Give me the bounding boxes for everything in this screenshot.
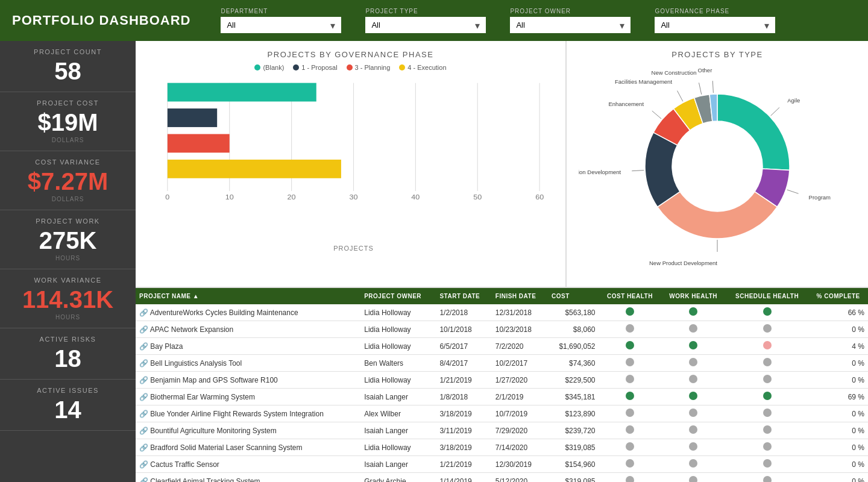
table-row: 🔗 Cactus Traffic SensorIsaiah Langer1/21…	[136, 456, 868, 473]
project-link-icon[interactable]: 🔗	[139, 325, 150, 334]
table-row: 🔗 Bradford Solid Material Laser Scanning…	[136, 439, 868, 456]
cell-owner: Isaiah Langer	[360, 456, 436, 473]
filter-label-owner: PROJECT OWNER	[510, 8, 631, 14]
cell-finish: 10/7/2019	[492, 405, 548, 422]
svg-rect-14	[168, 83, 316, 102]
project-name: Bradford Solid Material Laser Scanning S…	[150, 443, 302, 452]
cell-cost_health	[599, 456, 661, 473]
filter-select-dept[interactable]: All	[221, 17, 341, 33]
cell-name: 🔗 AdventureWorks Cycles Building Mainten…	[136, 304, 360, 321]
charts-area: PROJECTS BY GOVERNANCE PHASE (Blank)1 - …	[136, 41, 868, 288]
health-dot	[689, 375, 697, 383]
project-link-icon[interactable]: 🔗	[139, 376, 150, 384]
table-area[interactable]: PROJECT NAME ▲PROJECT OWNERSTART DATEFIN…	[136, 288, 868, 482]
project-link-icon[interactable]: 🔗	[139, 393, 150, 401]
health-dot	[689, 324, 697, 333]
project-link-icon[interactable]: 🔗	[139, 308, 150, 317]
table-header-row: PROJECT NAME ▲PROJECT OWNERSTART DATEFIN…	[136, 288, 868, 304]
project-name: Cactus Traffic Sensor	[150, 460, 219, 469]
cell-name: 🔗 Benjamin Map and GPS Software R100	[136, 372, 360, 389]
health-dot	[689, 341, 697, 349]
project-link-icon[interactable]: 🔗	[139, 427, 150, 435]
svg-text:40: 40	[411, 193, 420, 201]
health-dot	[626, 375, 634, 383]
kpi-label-1: PROJECT COST	[9, 99, 127, 107]
cell-work_health	[661, 422, 726, 439]
health-dot	[763, 375, 772, 383]
health-dot	[626, 425, 634, 434]
cell-pct: 4 %	[808, 338, 868, 355]
bar-chart-svg: 0102030405060	[154, 77, 553, 240]
filter-bar: DEPARTMENTAllPROJECT TYPEAllPROJECT OWNE…	[221, 8, 856, 33]
donut-label: Facilities Management	[615, 78, 672, 85]
cell-pct: 0 %	[808, 456, 868, 473]
svg-text:50: 50	[473, 193, 482, 201]
kpi-label-4: WORK VARIANCE	[9, 277, 127, 284]
cell-name: 🔗 APAC Network Expansion	[136, 321, 360, 338]
cell-owner: Grady Archie	[360, 473, 436, 483]
cell-cost: $123,890	[548, 405, 599, 422]
main-layout: PROJECT COUNT58PROJECT COST$19MDOLLARSCO…	[0, 41, 868, 482]
filter-select-type[interactable]: All	[365, 17, 486, 33]
cell-start: 3/18/2019	[436, 439, 491, 456]
legend-label: 3 - Planning	[355, 64, 391, 71]
cell-cost_health	[599, 422, 661, 439]
cell-pct: 0 %	[808, 473, 868, 483]
cell-cost: $74,360	[548, 355, 599, 372]
filter-select-gov[interactable]: All	[655, 17, 775, 33]
kpi-sublabel-1: DOLLARS	[9, 137, 127, 143]
cell-owner: Lidia Holloway	[360, 338, 436, 355]
health-dot	[763, 392, 772, 400]
donut-label: New Product Development	[649, 260, 717, 266]
cell-finish: 10/23/2018	[492, 321, 548, 338]
th-cost: COST	[548, 288, 599, 304]
kpi-value-4: 114.31K	[9, 286, 127, 313]
cell-owner: Lidia Holloway	[360, 439, 436, 456]
project-link-icon[interactable]: 🔗	[139, 443, 150, 452]
donut-chart-wrapper: AgileProgramNew Product DevelopmentAppli…	[579, 64, 856, 269]
cell-cost: $154,960	[548, 456, 599, 473]
kpi-card-0: PROJECT COUNT58	[0, 41, 136, 92]
filter-label-type: PROJECT TYPE	[365, 8, 486, 14]
filter-group-gov: GOVERNANCE PHASEAll	[655, 8, 775, 33]
cell-work_health	[661, 456, 726, 473]
svg-text:30: 30	[350, 193, 359, 201]
cell-owner: Lidia Holloway	[360, 372, 436, 389]
health-dot	[763, 358, 772, 366]
project-link-icon[interactable]: 🔗	[139, 359, 150, 368]
project-link-icon[interactable]: 🔗	[139, 477, 150, 483]
cell-pct: 0 %	[808, 355, 868, 372]
cell-sched_health	[726, 473, 808, 483]
health-dot	[763, 324, 772, 333]
cell-sched_health	[726, 456, 808, 473]
cell-pct: 69 %	[808, 389, 868, 405]
cell-name: 🔗 Bountiful Agriculture Monitoring Syste…	[136, 422, 360, 439]
health-dot	[626, 341, 634, 349]
th-work_health: WORK HEALTH	[661, 288, 726, 304]
cell-work_health	[661, 389, 726, 405]
legend-item: 4 - Execution	[399, 64, 446, 71]
th-pct: % COMPLETE	[808, 288, 868, 304]
project-name: APAC Network Expansion	[150, 325, 234, 334]
kpi-label-5: ACTIVE RISKS	[9, 336, 127, 343]
cell-finish: 5/12/2020	[492, 473, 548, 483]
kpi-card-5: ACTIVE RISKS18	[0, 328, 136, 380]
project-link-icon[interactable]: 🔗	[139, 342, 150, 351]
filter-select-owner[interactable]: All	[510, 17, 631, 33]
health-dot	[626, 307, 634, 316]
legend-label: (Blank)	[263, 64, 284, 71]
svg-text:20: 20	[288, 193, 297, 201]
health-dot	[763, 408, 772, 417]
cell-pct: 0 %	[808, 405, 868, 422]
project-link-icon[interactable]: 🔗	[139, 460, 150, 469]
cell-start: 1/21/2019	[436, 456, 491, 473]
project-link-icon[interactable]: 🔗	[139, 410, 150, 418]
filter-select-wrapper-type: All	[365, 17, 486, 33]
filter-select-wrapper-owner: All	[510, 17, 631, 33]
cell-sched_health	[726, 321, 808, 338]
kpi-value-3: 275K	[9, 227, 127, 254]
bar-chart-section: PROJECTS BY GOVERNANCE PHASE (Blank)1 - …	[136, 41, 567, 287]
filter-select-wrapper-gov: All	[655, 17, 775, 33]
cell-finish: 7/14/2020	[492, 439, 548, 456]
svg-text:60: 60	[535, 193, 544, 201]
